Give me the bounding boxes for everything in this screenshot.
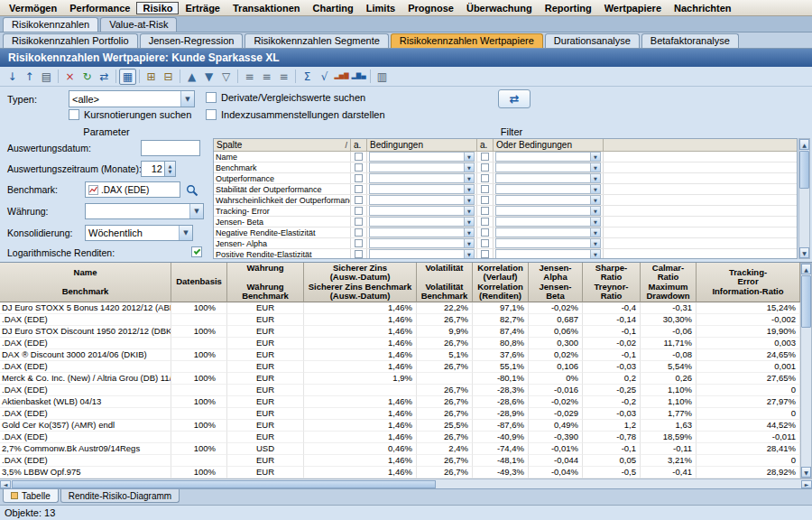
filter-and-checkbox[interactable]	[355, 163, 363, 172]
tab-risikokennzahlen-segmente[interactable]: Risikokennzahlen Segmente	[245, 33, 388, 48]
scroll-thumb[interactable]	[799, 151, 809, 189]
filter-or-checkbox[interactable]	[481, 250, 489, 258]
column-header-tracking[interactable]: Tracking-ErrorInformation-Ratio	[697, 263, 800, 302]
filter-header-bedingungen[interactable]: Bedingungen	[367, 139, 477, 151]
scroll-right-button[interactable]: ►	[801, 480, 812, 488]
view-tab-tabelle[interactable]: Tabelle	[3, 489, 59, 503]
filter-or-checkbox[interactable]	[481, 196, 489, 204]
function-icon[interactable]: √	[316, 69, 333, 85]
filter-or-checkbox[interactable]	[481, 153, 489, 161]
table-row[interactable]: Aktienbasket (WLB) 04/13100%EUR1,46%26,7…	[0, 396, 800, 408]
benchmark-field[interactable]: .DAX (EDE)	[85, 181, 180, 198]
table-row[interactable]: .DAX (EDE)EUR26,7%-28,3%-0,016-0,251,10%…	[0, 385, 800, 396]
align-left-icon[interactable]: ≡	[241, 69, 258, 85]
spinner-buttons[interactable]: ▲▼	[164, 161, 176, 177]
print-icon[interactable]: ▤	[38, 69, 55, 85]
filter-condition-select[interactable]: ▼	[369, 184, 475, 194]
zeitraum-input[interactable]	[141, 161, 164, 177]
filter-condition-select[interactable]: ▼	[369, 249, 475, 259]
filter-header-a[interactable]: a.	[351, 139, 367, 151]
filter-scrollbar[interactable]: ▲ ▼	[798, 138, 810, 259]
tab-betafaktoranalyse[interactable]: Betafaktoranalyse	[641, 33, 739, 48]
filter-and-checkbox[interactable]	[355, 174, 363, 182]
column-header-volatilitat[interactable]: Volatilität VolatilitätBenchmark	[417, 263, 473, 302]
filter-and-checkbox[interactable]	[355, 228, 363, 237]
sort-ascending-icon[interactable]: ▲	[183, 69, 200, 85]
scroll-up-button[interactable]: ▲	[799, 139, 809, 150]
menu-item-wertpapiere[interactable]: Wertpapiere	[598, 2, 668, 14]
waehrung-select[interactable]: ▼	[85, 203, 204, 219]
table-row[interactable]: DAX ® Discount 3000 2014/06 (DKIB)100%EU…	[0, 349, 800, 361]
menu-item-ertrage[interactable]: Erträge	[179, 2, 226, 14]
sum-icon[interactable]: Σ	[299, 69, 316, 85]
table-row[interactable]: .DAX (EDE)EUR1,46%26,7%80,8%0,300-0,0211…	[0, 338, 800, 349]
filter-or-condition-select[interactable]: ▼	[495, 228, 601, 237]
filter-header-spalte[interactable]: Spalte/	[214, 139, 351, 151]
sync-icon[interactable]: ⇄	[96, 69, 113, 85]
column-header-calmar[interactable]: Calmar-RatioMaximumDrawdown	[641, 263, 697, 302]
konsolidierung-select[interactable]: Wöchentlich ▼	[85, 225, 193, 241]
filter-and-checkbox[interactable]	[355, 239, 363, 247]
table-row[interactable]: Merck & Co. Inc. (New) / Altria Grou (DB…	[0, 373, 800, 385]
calendar-add-icon[interactable]: ⊞	[143, 69, 160, 85]
filter-and-checkbox[interactable]	[355, 250, 363, 258]
scroll-thumb[interactable]	[12, 480, 436, 488]
scroll-down-button[interactable]: ▼	[801, 467, 811, 478]
table-row[interactable]: DJ Euro STOXX 5 Bonus 1420 2012/12 (ABN)…	[0, 302, 800, 314]
filter-and-checkbox[interactable]	[355, 207, 363, 215]
view-tab-rendite-risiko-diagramm[interactable]: Rendite-Risiko-Diagramm	[60, 489, 180, 503]
filter-or-condition-select[interactable]: ▼	[495, 152, 601, 162]
tab-risikokennzahlen[interactable]: Risikokennzahlen	[3, 17, 98, 32]
table-row[interactable]: 3,5% LBBW Opf.975100%EUR1,46%26,7%-49,3%…	[0, 467, 800, 478]
auswertungsdatum-input[interactable]	[141, 140, 200, 156]
filter-or-condition-select[interactable]: ▼	[495, 195, 601, 205]
column-settings-icon[interactable]: ▥	[374, 69, 391, 85]
filter-or-checkbox[interactable]	[481, 218, 489, 226]
table-row[interactable]: .DAX (EDE)EUR1,46%26,7%55,1%0,106-0,035,…	[0, 361, 800, 373]
filter-condition-select[interactable]: ▼	[369, 228, 475, 237]
horizontal-scrollbar[interactable]: ◄ ►	[0, 478, 812, 488]
filter-or-condition-select[interactable]: ▼	[495, 238, 601, 248]
tab-risikokennzahlen-portfolio[interactable]: Risikokennzahlen Portfolio	[3, 33, 138, 48]
benchmark-search-button[interactable]	[184, 182, 200, 198]
align-center-icon[interactable]: ≡	[258, 69, 275, 85]
table-row[interactable]: DJ Euro STOX Discount 1950 2012/12 (DBK)…	[0, 326, 800, 338]
filter-condition-select[interactable]: ▼	[369, 195, 475, 205]
table-row[interactable]: 2,7% Commonw.Bk Austr09/14Regs100%USD0,4…	[0, 443, 800, 455]
menu-item-risiko[interactable]: Risiko	[136, 2, 179, 14]
scroll-up-button[interactable]: ▲	[801, 264, 811, 274]
filter-condition-select[interactable]: ▼	[369, 152, 475, 162]
import-icon[interactable]: ↑	[21, 69, 38, 85]
filter-or-checkbox[interactable]	[481, 163, 489, 172]
column-header-sicherer-zins[interactable]: Sicherer Zins(Ausw.-Datum)Sicherer Zins …	[304, 263, 417, 302]
column-header-wahrung[interactable]: Währung WährungBenchmark	[227, 263, 304, 302]
bar-chart-icon[interactable]: ▂▅▇	[333, 69, 350, 85]
column-header-datenbasis[interactable]: Datenbasis	[171, 263, 227, 302]
table-chart-toggle-icon[interactable]: ▦	[119, 69, 136, 85]
column-header-jensen[interactable]: Jensen-AlphaJensen-Beta	[529, 263, 583, 302]
filter-or-condition-select[interactable]: ▼	[495, 206, 601, 216]
filter-or-checkbox[interactable]	[481, 185, 489, 193]
filter-or-condition-select[interactable]: ▼	[495, 217, 601, 227]
filter-condition-select[interactable]: ▼	[369, 162, 475, 172]
table-row[interactable]: Gold Cer Ko(357) (AMR) endl100%EUR1,46%2…	[0, 420, 800, 432]
menu-item-prognose[interactable]: Prognose	[401, 2, 460, 14]
filter-condition-select[interactable]: ▼	[369, 206, 475, 216]
filter-and-checkbox[interactable]	[355, 185, 363, 193]
scroll-down-button[interactable]: ▼	[799, 247, 809, 258]
filter-condition-select[interactable]: ▼	[369, 217, 475, 227]
filter-header-oder-bedingungen[interactable]: Oder Bedingungen	[494, 139, 604, 151]
menu-item-limits[interactable]: Limits	[360, 2, 401, 14]
filter-or-checkbox[interactable]	[481, 239, 489, 247]
sort-descending-icon[interactable]: ▼	[200, 69, 217, 85]
table-row[interactable]: .DAX (EDE)EUR1,46%26,7%-28,9%-0,029-0,03…	[0, 408, 800, 420]
derivate-checkbox[interactable]	[206, 92, 217, 103]
table-row[interactable]: .DAX (EDE)EUR1,46%26,7%-48,1%-0,0440,053…	[0, 455, 800, 467]
column-header-name[interactable]: Name Benchmark	[0, 263, 171, 302]
menu-item-uberwachung[interactable]: Überwachung	[460, 2, 539, 14]
menu-item-transaktionen[interactable]: Transaktionen	[226, 2, 307, 14]
combo-chart-icon[interactable]: ▂▇▄	[350, 69, 367, 85]
tab-jensen-regression[interactable]: Jensen-Regression	[140, 33, 244, 48]
calendar-remove-icon[interactable]: ⊟	[160, 69, 177, 85]
table-row[interactable]: .DAX (EDE)EUR1,46%26,7%82,7%0,687-0,1430…	[0, 314, 800, 326]
